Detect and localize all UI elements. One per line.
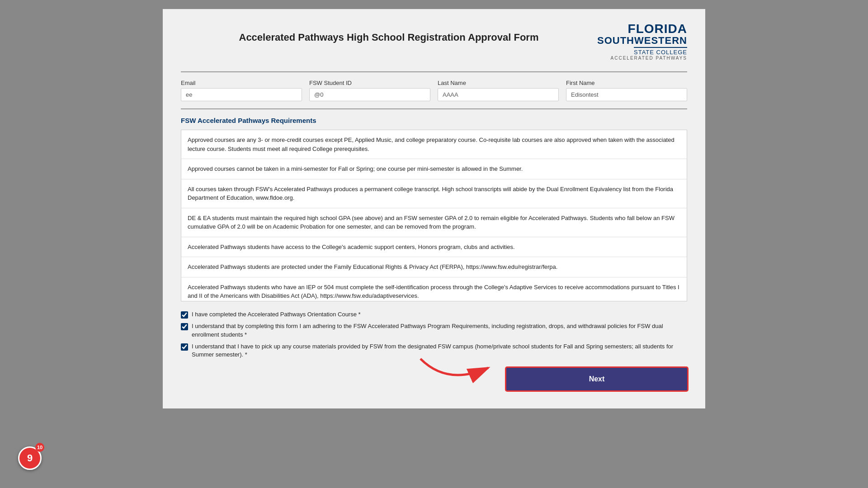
- requirement-item: Approved courses are any 3- or more-cred…: [181, 130, 687, 159]
- fields-row: Email FSW Student ID Last Name First Nam…: [181, 80, 687, 101]
- fsw-id-input[interactable]: [309, 88, 430, 101]
- checkbox-row: I understand that by completing this for…: [181, 322, 687, 338]
- first-name-label: First Name: [566, 80, 687, 86]
- last-name-input[interactable]: [438, 88, 559, 101]
- email-group: Email: [181, 80, 309, 101]
- header-divider: [181, 71, 687, 72]
- arrow-annotation: [411, 350, 502, 386]
- logo-area: FLORIDA SOUTHWESTERN STATE COLLEGE ACCEL…: [597, 23, 687, 61]
- checkbox-label: I understand that by completing this for…: [192, 322, 687, 338]
- header-row: Accelerated Pathways High School Registr…: [181, 23, 687, 61]
- email-input[interactable]: [181, 88, 302, 101]
- notification-icon: 9: [27, 452, 33, 464]
- bottom-area: Next: [181, 368, 687, 390]
- next-button[interactable]: Next: [506, 368, 687, 390]
- requirements-box[interactable]: Approved courses are any 3- or more-cred…: [181, 130, 687, 301]
- logo-accelerated: ACCELERATED PATHWAYS: [611, 56, 687, 61]
- logo-florida: FLORIDA: [628, 23, 687, 35]
- logo-southwestern: SOUTHWESTERN: [597, 35, 687, 46]
- requirement-item: Accelerated Pathways students are protec…: [181, 257, 687, 277]
- page-container: Accelerated Pathways High School Registr…: [163, 9, 705, 408]
- logo-state: STATE COLLEGE: [634, 47, 687, 56]
- section-title: FSW Accelerated Pathways Requirements: [181, 117, 687, 124]
- requirement-item: Accelerated Pathways students have acces…: [181, 237, 687, 258]
- last-name-group: Last Name: [438, 80, 566, 101]
- page-title: Accelerated Pathways High School Registr…: [239, 23, 539, 43]
- notification-count: 10: [35, 443, 44, 452]
- fields-divider: [181, 108, 687, 109]
- first-name-input[interactable]: [566, 88, 687, 101]
- email-label: Email: [181, 80, 302, 86]
- checkbox-label: I have completed the Accelerated Pathway…: [192, 310, 361, 319]
- requirement-item: Accelerated Pathways students who have a…: [181, 277, 687, 302]
- checkbox-input[interactable]: [181, 343, 188, 351]
- checkbox-row: I have completed the Accelerated Pathway…: [181, 310, 687, 319]
- checkbox-input[interactable]: [181, 311, 188, 319]
- first-name-group: First Name: [566, 80, 687, 101]
- requirement-item: DE & EA students must maintain the requi…: [181, 208, 687, 237]
- requirement-item: All courses taken through FSW's Accelera…: [181, 179, 687, 208]
- fsw-id-group: FSW Student ID: [309, 80, 438, 101]
- fsw-id-label: FSW Student ID: [309, 80, 430, 86]
- last-name-label: Last Name: [438, 80, 559, 86]
- requirement-item: Approved courses cannot be taken in a mi…: [181, 159, 687, 179]
- checkbox-input[interactable]: [181, 323, 188, 330]
